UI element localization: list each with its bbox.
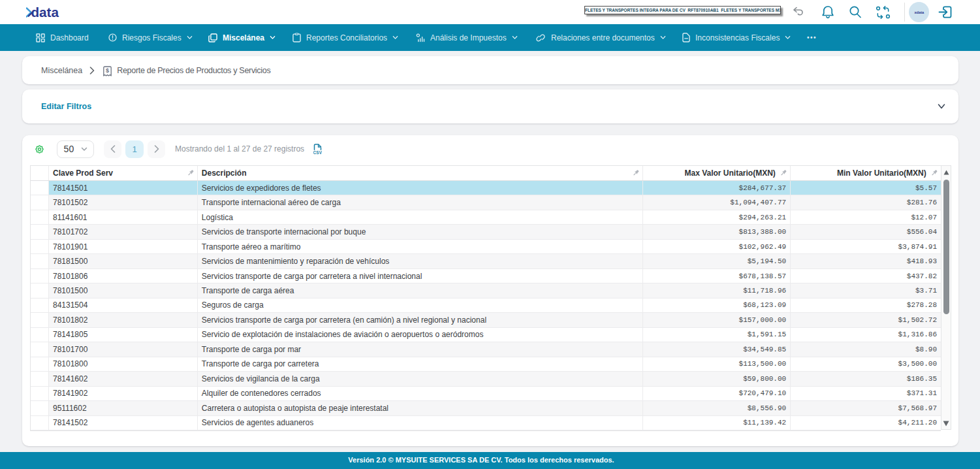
svg-text:data: data: [31, 6, 59, 19]
svg-text:CSV: CSV: [313, 150, 322, 155]
svg-text:$: $: [106, 67, 109, 74]
